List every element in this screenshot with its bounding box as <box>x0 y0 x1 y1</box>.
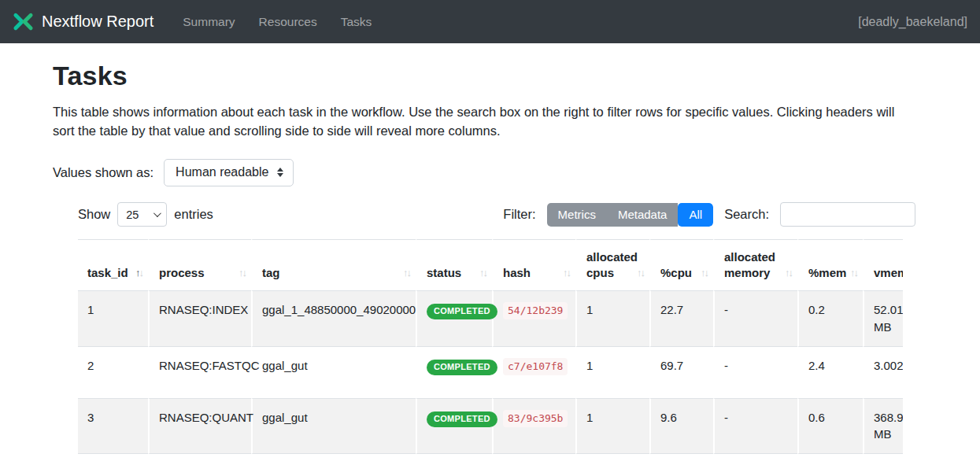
page-title: Tasks <box>53 61 915 91</box>
page-length-value: 25 <box>126 209 139 221</box>
select-updown-icon <box>277 168 283 177</box>
cell-process: MULTIQC <box>148 453 251 465</box>
cell-allocated-memory: - <box>713 290 797 346</box>
column-header-hash[interactable]: hash↑↓ <box>492 239 575 290</box>
tasks-table: task_id↑↓ process↑↓ tag↑↓ status↑↓ hash↑… <box>78 239 903 465</box>
cell-process: RNASEQ:QUANT <box>148 398 251 454</box>
nav-item-summary[interactable]: Summary <box>171 9 246 35</box>
status-badge: COMPLETED <box>427 304 497 319</box>
sort-icon: ↑↓ <box>850 267 857 280</box>
column-header-vmem[interactable]: vmem↑↓ <box>863 239 903 290</box>
cell-tag: - <box>251 453 416 465</box>
chevron-down-icon <box>153 209 161 217</box>
cell-task-id: 4 <box>78 453 148 465</box>
cell-status: COMPLETED <box>416 290 492 346</box>
column-header-allocated-memory[interactable]: allocated memory↑↓ <box>713 239 797 290</box>
column-header-allocated-cpus[interactable]: allocated cpus↑↓ <box>575 239 649 290</box>
cell-vmem: 571.58 MB <box>863 453 903 465</box>
sort-icon: ↑↓ <box>785 267 792 280</box>
column-header-task-id[interactable]: task_id↑↓ <box>78 239 148 290</box>
cell-allocated-cpus: 1 <box>575 453 649 465</box>
cell-allocated-memory: - <box>713 398 797 454</box>
cell-vmem: 3.002 <box>863 346 903 398</box>
sort-icon: ↑↓ <box>563 267 570 280</box>
cell-allocated-cpus: 1 <box>575 290 649 346</box>
cell-pct-cpu: 9.6 <box>649 398 713 454</box>
search-label: Search: <box>724 207 769 222</box>
status-badge: COMPLETED <box>427 411 497 427</box>
cell-allocated-cpus: 1 <box>575 398 649 454</box>
navbar-links: Summary Resources Tasks <box>171 9 383 35</box>
cell-hash: c7/e107f8 <box>492 346 575 398</box>
sort-icon: ↑↓ <box>403 267 410 280</box>
hash-link[interactable]: 83/9c395b <box>503 410 568 427</box>
table-row[interactable]: 1 RNASEQ:INDEX ggal_1_48850000_49020000 … <box>78 290 903 346</box>
hash-link[interactable]: 54/12b239 <box>503 302 568 319</box>
column-header-status[interactable]: status↑↓ <box>416 239 492 290</box>
cell-process: RNASEQ:FASTQC <box>148 346 251 398</box>
sort-desc-icon: ↓ <box>704 267 708 279</box>
main-content: Tasks This table shows information about… <box>0 43 980 465</box>
page-length-select[interactable]: 25 <box>117 202 167 227</box>
sort-icon: ↑↓ <box>239 267 246 280</box>
nextflow-logo-icon <box>13 11 34 32</box>
cell-task-id: 2 <box>78 346 148 398</box>
cell-status: COMPLETED <box>416 398 492 454</box>
sort-desc-icon: ↓ <box>641 267 645 279</box>
cell-tag: ggal_gut <box>251 398 416 454</box>
sort-desc-icon: ↓ <box>407 267 411 279</box>
cell-pct-cpu: 22.7 <box>649 290 713 346</box>
cell-vmem: 52.016 MB <box>863 290 903 346</box>
values-shown-value: Human readable <box>176 165 268 179</box>
nav-item-resources[interactable]: Resources <box>247 9 329 35</box>
column-header-tag[interactable]: tag↑↓ <box>251 239 416 290</box>
sort-desc-icon: ↓ <box>242 267 246 279</box>
filter-all-button[interactable]: All <box>678 203 713 227</box>
hash-link[interactable]: c7/e107f8 <box>503 358 568 375</box>
cell-pct-mem: 1.4 <box>797 453 863 465</box>
filter-metrics-button[interactable]: Metrics <box>547 203 607 227</box>
table-row[interactable]: 4 MULTIQC - COMPLETED 94/c235e1 1 42.8 -… <box>78 453 903 465</box>
filter-metadata-button[interactable]: Metadata <box>607 203 679 227</box>
cell-pct-mem: 0.2 <box>797 290 863 346</box>
table-header-row: task_id↑↓ process↑↓ tag↑↓ status↑↓ hash↑… <box>78 239 903 290</box>
sort-icon: ↑↓ <box>701 267 708 280</box>
show-label: Show <box>78 207 110 222</box>
sort-icon: ↑↓ <box>479 267 486 280</box>
cell-pct-mem: 2.4 <box>797 346 863 398</box>
filter-button-group: Metrics Metadata All <box>547 203 714 227</box>
column-header-process[interactable]: process↑↓ <box>148 239 251 290</box>
values-shown-select[interactable]: Human readable <box>164 159 294 186</box>
cell-hash: 94/c235e1 <box>492 453 575 465</box>
cell-process: RNASEQ:INDEX <box>148 290 251 346</box>
table-row[interactable]: 2 RNASEQ:FASTQC ggal_gut COMPLETED c7/e1… <box>78 346 903 398</box>
brand-title: Nextflow Report <box>42 13 153 31</box>
table-row[interactable]: 3 RNASEQ:QUANT ggal_gut COMPLETED 83/9c3… <box>78 398 903 454</box>
filter-label: Filter: <box>503 207 535 222</box>
cell-status: COMPLETED <box>416 453 492 465</box>
top-navbar: Nextflow Report Summary Resources Tasks … <box>0 0 980 43</box>
navbar-brand[interactable]: Nextflow Report <box>13 11 153 32</box>
nav-item-tasks[interactable]: Tasks <box>329 9 384 35</box>
column-header-pct-mem[interactable]: %mem↑↓ <box>797 239 863 290</box>
cell-allocated-memory: - <box>713 453 797 465</box>
column-header-pct-cpu[interactable]: %cpu↑↓ <box>649 239 713 290</box>
cell-pct-cpu: 42.8 <box>649 453 713 465</box>
cell-allocated-memory: - <box>713 346 797 398</box>
search-input[interactable] <box>780 202 915 227</box>
cell-pct-cpu: 69.7 <box>649 346 713 398</box>
cell-vmem: 368.95 MB <box>863 398 903 454</box>
page-description: This table shows information about each … <box>53 102 915 140</box>
cell-allocated-cpus: 1 <box>575 346 649 398</box>
cell-hash: 83/9c395b <box>492 398 575 454</box>
tasks-table-scroll-area[interactable]: task_id↑↓ process↑↓ tag↑↓ status↑↓ hash↑… <box>78 239 903 465</box>
cell-pct-mem: 0.6 <box>797 398 863 454</box>
cell-task-id: 1 <box>78 290 148 346</box>
cell-status: COMPLETED <box>416 346 492 398</box>
entries-label: entries <box>174 207 213 222</box>
run-name-label: [deadly_baekeland] <box>858 15 967 29</box>
cell-hash: 54/12b239 <box>492 290 575 346</box>
cell-tag: ggal_gut <box>251 346 416 398</box>
cell-task-id: 3 <box>78 398 148 454</box>
sort-desc-icon: ↓ <box>854 267 858 279</box>
